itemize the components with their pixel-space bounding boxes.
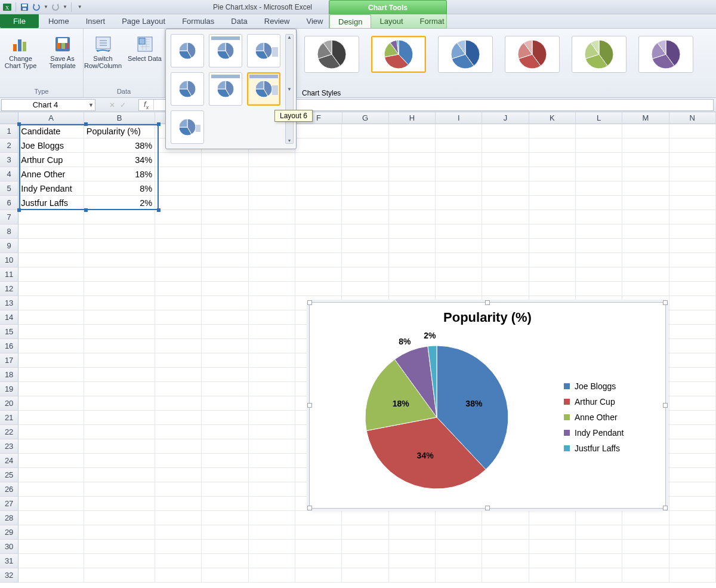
cell-G7[interactable] [342, 210, 388, 224]
change-chart-type-button[interactable]: Change Chart Type [2, 35, 39, 69]
cell-H10[interactable] [389, 253, 436, 267]
cell-M30[interactable] [622, 540, 669, 554]
cell-M10[interactable] [622, 253, 669, 267]
cell-N25[interactable] [669, 468, 716, 482]
cell-F7[interactable] [295, 210, 342, 224]
select-all-corner[interactable] [0, 112, 18, 124]
cell-B22[interactable] [84, 425, 155, 439]
cell-C16[interactable] [155, 339, 202, 353]
cell-I4[interactable] [436, 167, 482, 181]
cell-L30[interactable] [576, 540, 622, 554]
row-header-23[interactable]: 23 [0, 439, 18, 454]
cell-F8[interactable] [295, 224, 342, 239]
cell-D29[interactable] [202, 525, 248, 540]
cell-E16[interactable] [249, 339, 295, 353]
row-header-26[interactable]: 26 [0, 482, 18, 497]
cell-A11[interactable] [18, 267, 84, 282]
cell-N18[interactable] [669, 368, 716, 382]
column-header-N[interactable]: N [669, 112, 716, 124]
cell-B31[interactable] [84, 554, 155, 568]
worksheet[interactable]: ABCDEFGHIJKLMN 1CandidatePopularity (%)2… [0, 112, 716, 588]
cell-C12[interactable] [155, 282, 202, 296]
cell-C32[interactable] [155, 568, 202, 583]
cell-F5[interactable] [295, 181, 342, 196]
cell-N21[interactable] [669, 411, 716, 425]
cell-M5[interactable] [622, 181, 669, 196]
legend-item-1[interactable]: Arthur Cup [564, 397, 655, 407]
cell-N2[interactable] [669, 138, 716, 153]
cell-D27[interactable] [202, 497, 248, 511]
cell-D5[interactable] [202, 181, 248, 196]
cell-M2[interactable] [622, 138, 669, 153]
cell-J4[interactable] [482, 167, 529, 181]
row-header-27[interactable]: 27 [0, 497, 18, 511]
cell-D8[interactable] [202, 224, 248, 239]
cell-I6[interactable] [436, 196, 482, 210]
cell-F2[interactable] [295, 138, 342, 153]
tab-insert[interactable]: Insert [78, 14, 114, 28]
cell-D16[interactable] [202, 339, 248, 353]
cell-C21[interactable] [155, 411, 202, 425]
cell-B18[interactable] [84, 368, 155, 382]
cell-K32[interactable] [529, 568, 576, 583]
cell-F10[interactable] [295, 253, 342, 267]
cell-G29[interactable] [342, 525, 388, 540]
cell-J31[interactable] [482, 554, 529, 568]
cell-E25[interactable] [249, 468, 295, 482]
cell-B17[interactable] [84, 353, 155, 368]
cell-D9[interactable] [202, 239, 248, 253]
cell-J8[interactable] [482, 224, 529, 239]
column-header-J[interactable]: J [482, 112, 529, 124]
cell-I8[interactable] [436, 224, 482, 239]
redo-dropdown-icon[interactable]: ▼ [63, 4, 67, 10]
row-header-12[interactable]: 12 [0, 282, 18, 296]
cell-C7[interactable] [155, 210, 202, 224]
cell-F3[interactable] [295, 153, 342, 167]
cell-L32[interactable] [576, 568, 622, 583]
cell-D22[interactable] [202, 425, 248, 439]
cell-D13[interactable] [202, 296, 248, 310]
cell-D25[interactable] [202, 468, 248, 482]
cell-K28[interactable] [529, 511, 576, 525]
cell-G11[interactable] [342, 267, 388, 282]
cell-D11[interactable] [202, 267, 248, 282]
cell-C18[interactable] [155, 368, 202, 382]
cell-A1[interactable]: Candidate [18, 124, 84, 138]
cell-D7[interactable] [202, 210, 248, 224]
cell-E17[interactable] [249, 353, 295, 368]
gallery-scrollbar[interactable]: ▲ ▼ ▾ [285, 34, 294, 144]
cell-K31[interactable] [529, 554, 576, 568]
cell-H30[interactable] [389, 540, 436, 554]
cell-G9[interactable] [342, 239, 388, 253]
chart-style-thumb-2[interactable] [371, 36, 426, 73]
cell-C19[interactable] [155, 382, 202, 396]
cell-A23[interactable] [18, 439, 84, 454]
cell-C15[interactable] [155, 325, 202, 339]
cell-E13[interactable] [249, 296, 295, 310]
cell-K11[interactable] [529, 267, 576, 282]
cell-L10[interactable] [576, 253, 622, 267]
cell-J12[interactable] [482, 282, 529, 296]
cell-I30[interactable] [436, 540, 482, 554]
cell-N14[interactable] [669, 310, 716, 325]
row-header-31[interactable]: 31 [0, 554, 18, 568]
cell-L3[interactable] [576, 153, 622, 167]
data-label-4[interactable]: 2% [424, 331, 436, 340]
cell-M12[interactable] [622, 282, 669, 296]
cell-A2[interactable]: Joe Bloggs [18, 138, 84, 153]
cell-N30[interactable] [669, 540, 716, 554]
cell-I31[interactable] [436, 554, 482, 568]
cell-A16[interactable] [18, 339, 84, 353]
switch-row-column-button[interactable]: Switch Row/Column [85, 35, 122, 69]
cell-B5[interactable]: 8% [84, 181, 155, 196]
cell-J7[interactable] [482, 210, 529, 224]
cell-A21[interactable] [18, 411, 84, 425]
cell-A9[interactable] [18, 239, 84, 253]
cell-D6[interactable] [202, 196, 248, 210]
cell-E9[interactable] [249, 239, 295, 253]
redo-icon[interactable] [51, 2, 60, 12]
cell-H11[interactable] [389, 267, 436, 282]
cell-E30[interactable] [249, 540, 295, 554]
cell-C24[interactable] [155, 454, 202, 468]
cell-A13[interactable] [18, 296, 84, 310]
